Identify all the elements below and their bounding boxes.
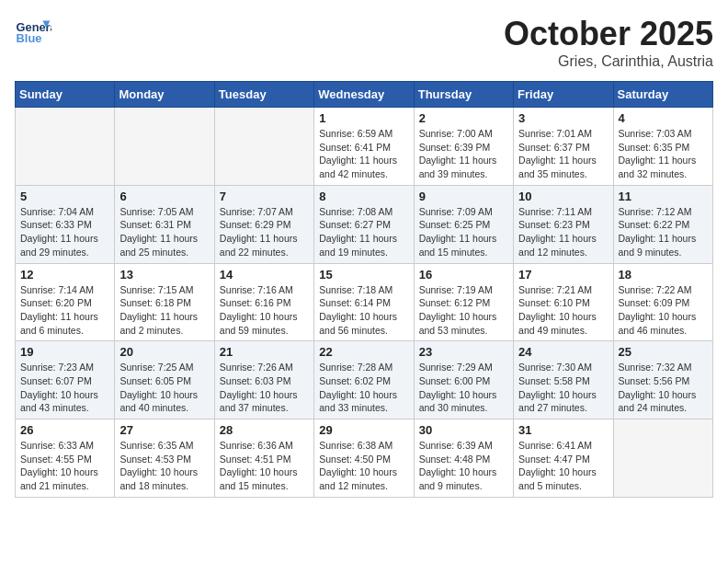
day-number: 20 (119, 345, 209, 359)
calendar-cell: 23Sunrise: 7:29 AMSunset: 6:00 PMDayligh… (414, 341, 513, 419)
calendar-cell (613, 419, 712, 498)
day-of-week-header: Friday (514, 82, 613, 108)
day-info: Sunrise: 7:08 AMSunset: 6:27 PMDaylight:… (319, 205, 408, 259)
day-info: Sunrise: 6:59 AMSunset: 6:41 PMDaylight:… (319, 127, 408, 181)
day-number: 10 (518, 190, 608, 203)
calendar-week-row: 19Sunrise: 7:23 AMSunset: 6:07 PMDayligh… (16, 341, 713, 419)
day-info: Sunrise: 7:00 AMSunset: 6:39 PMDaylight:… (419, 127, 508, 181)
calendar-cell: 7Sunrise: 7:07 AMSunset: 6:29 PMDaylight… (214, 185, 313, 263)
day-of-week-header: Saturday (613, 82, 712, 108)
calendar-cell: 24Sunrise: 7:30 AMSunset: 5:58 PMDayligh… (514, 341, 613, 419)
day-number: 31 (518, 423, 608, 437)
day-info: Sunrise: 7:19 AMSunset: 6:12 PMDaylight:… (419, 283, 508, 338)
calendar-cell: 20Sunrise: 7:25 AMSunset: 6:05 PMDayligh… (115, 341, 214, 419)
day-number: 13 (119, 268, 209, 282)
calendar-cell: 25Sunrise: 7:32 AMSunset: 5:56 PMDayligh… (613, 341, 712, 419)
day-number: 11 (619, 190, 708, 203)
day-of-week-header: Monday (115, 82, 214, 108)
calendar-cell: 2Sunrise: 7:00 AMSunset: 6:39 PMDaylight… (414, 108, 513, 186)
day-number: 30 (419, 423, 508, 437)
calendar-cell: 18Sunrise: 7:22 AMSunset: 6:09 PMDayligh… (613, 263, 712, 341)
day-number: 29 (319, 423, 408, 437)
day-number: 28 (220, 423, 309, 437)
day-info: Sunrise: 7:28 AMSunset: 6:02 PMDaylight:… (319, 361, 408, 415)
day-number: 25 (619, 345, 708, 359)
day-number: 26 (20, 423, 109, 437)
day-of-week-header: Wednesday (314, 82, 414, 108)
day-info: Sunrise: 7:01 AMSunset: 6:37 PMDaylight:… (518, 127, 608, 181)
day-info: Sunrise: 6:41 AMSunset: 4:47 PMDaylight:… (518, 439, 608, 493)
logo-icon: General Blue (15, 15, 51, 52)
calendar-cell: 9Sunrise: 7:09 AMSunset: 6:25 PMDaylight… (414, 185, 513, 263)
calendar-cell: 14Sunrise: 7:16 AMSunset: 6:16 PMDayligh… (214, 263, 313, 341)
calendar-week-row: 1Sunrise: 6:59 AMSunset: 6:41 PMDaylight… (16, 108, 713, 186)
day-info: Sunrise: 7:16 AMSunset: 6:16 PMDaylight:… (220, 283, 309, 338)
day-info: Sunrise: 7:15 AMSunset: 6:18 PMDaylight:… (119, 283, 209, 338)
day-number: 24 (518, 345, 608, 359)
calendar-cell: 1Sunrise: 6:59 AMSunset: 6:41 PMDaylight… (314, 108, 414, 186)
title-block: October 2025 Gries, Carinthia, Austria (504, 15, 713, 70)
day-number: 8 (319, 190, 408, 203)
calendar-cell: 10Sunrise: 7:11 AMSunset: 6:23 PMDayligh… (514, 185, 613, 263)
day-number: 4 (619, 111, 708, 125)
calendar-cell: 16Sunrise: 7:19 AMSunset: 6:12 PMDayligh… (414, 263, 513, 341)
calendar-cell (214, 108, 313, 186)
page-header: General Blue October 2025 Gries, Carinth… (15, 15, 713, 70)
calendar-week-row: 5Sunrise: 7:04 AMSunset: 6:33 PMDaylight… (16, 185, 713, 263)
calendar-cell: 5Sunrise: 7:04 AMSunset: 6:33 PMDaylight… (16, 185, 115, 263)
day-number: 15 (319, 268, 408, 282)
day-info: Sunrise: 7:22 AMSunset: 6:09 PMDaylight:… (619, 283, 708, 338)
day-info: Sunrise: 7:25 AMSunset: 6:05 PMDaylight:… (119, 361, 209, 415)
day-info: Sunrise: 7:14 AMSunset: 6:20 PMDaylight:… (20, 283, 109, 338)
calendar-cell: 13Sunrise: 7:15 AMSunset: 6:18 PMDayligh… (115, 263, 214, 341)
day-info: Sunrise: 6:33 AMSunset: 4:55 PMDaylight:… (20, 439, 109, 493)
day-number: 9 (419, 190, 508, 203)
calendar-cell: 29Sunrise: 6:38 AMSunset: 4:50 PMDayligh… (314, 419, 414, 498)
calendar-cell: 15Sunrise: 7:18 AMSunset: 6:14 PMDayligh… (314, 263, 414, 341)
calendar-header-row: SundayMondayTuesdayWednesdayThursdayFrid… (16, 82, 713, 108)
calendar-table: SundayMondayTuesdayWednesdayThursdayFrid… (15, 81, 713, 498)
day-info: Sunrise: 7:30 AMSunset: 5:58 PMDaylight:… (518, 361, 608, 415)
svg-text:Blue: Blue (17, 31, 42, 45)
calendar-cell: 12Sunrise: 7:14 AMSunset: 6:20 PMDayligh… (16, 263, 115, 341)
calendar-cell: 31Sunrise: 6:41 AMSunset: 4:47 PMDayligh… (514, 419, 613, 498)
calendar-cell: 22Sunrise: 7:28 AMSunset: 6:02 PMDayligh… (314, 341, 414, 419)
calendar-cell: 19Sunrise: 7:23 AMSunset: 6:07 PMDayligh… (16, 341, 115, 419)
day-info: Sunrise: 7:12 AMSunset: 6:22 PMDaylight:… (619, 205, 708, 259)
day-info: Sunrise: 7:04 AMSunset: 6:33 PMDaylight:… (20, 205, 109, 259)
day-number: 1 (319, 111, 408, 125)
logo: General Blue (15, 15, 55, 52)
calendar-cell: 4Sunrise: 7:03 AMSunset: 6:35 PMDaylight… (613, 108, 712, 186)
day-info: Sunrise: 7:11 AMSunset: 6:23 PMDaylight:… (518, 205, 608, 259)
day-info: Sunrise: 6:38 AMSunset: 4:50 PMDaylight:… (319, 439, 408, 493)
day-info: Sunrise: 7:05 AMSunset: 6:31 PMDaylight:… (119, 205, 209, 259)
day-number: 7 (220, 190, 309, 203)
day-number: 23 (419, 345, 508, 359)
location-subtitle: Gries, Carinthia, Austria (504, 53, 713, 70)
day-number: 16 (419, 268, 508, 282)
calendar-cell: 6Sunrise: 7:05 AMSunset: 6:31 PMDaylight… (115, 185, 214, 263)
calendar-cell: 8Sunrise: 7:08 AMSunset: 6:27 PMDaylight… (314, 185, 414, 263)
day-number: 18 (619, 268, 708, 282)
day-of-week-header: Thursday (414, 82, 513, 108)
day-info: Sunrise: 7:09 AMSunset: 6:25 PMDaylight:… (419, 205, 508, 259)
calendar-week-row: 12Sunrise: 7:14 AMSunset: 6:20 PMDayligh… (16, 263, 713, 341)
day-info: Sunrise: 7:26 AMSunset: 6:03 PMDaylight:… (220, 361, 309, 415)
day-number: 17 (518, 268, 608, 282)
calendar-cell: 21Sunrise: 7:26 AMSunset: 6:03 PMDayligh… (214, 341, 313, 419)
day-info: Sunrise: 7:29 AMSunset: 6:00 PMDaylight:… (419, 361, 508, 415)
day-info: Sunrise: 7:18 AMSunset: 6:14 PMDaylight:… (319, 283, 408, 338)
month-title: October 2025 (504, 15, 713, 53)
day-number: 5 (20, 190, 109, 203)
day-of-week-header: Sunday (16, 82, 115, 108)
day-number: 3 (518, 111, 608, 125)
day-info: Sunrise: 7:21 AMSunset: 6:10 PMDaylight:… (518, 283, 608, 338)
day-info: Sunrise: 7:32 AMSunset: 5:56 PMDaylight:… (619, 361, 708, 415)
day-number: 22 (319, 345, 408, 359)
calendar-week-row: 26Sunrise: 6:33 AMSunset: 4:55 PMDayligh… (16, 419, 713, 498)
calendar-cell: 26Sunrise: 6:33 AMSunset: 4:55 PMDayligh… (16, 419, 115, 498)
day-info: Sunrise: 7:03 AMSunset: 6:35 PMDaylight:… (619, 127, 708, 181)
day-number: 14 (220, 268, 309, 282)
day-info: Sunrise: 6:39 AMSunset: 4:48 PMDaylight:… (419, 439, 508, 493)
day-info: Sunrise: 6:36 AMSunset: 4:51 PMDaylight:… (220, 439, 309, 493)
